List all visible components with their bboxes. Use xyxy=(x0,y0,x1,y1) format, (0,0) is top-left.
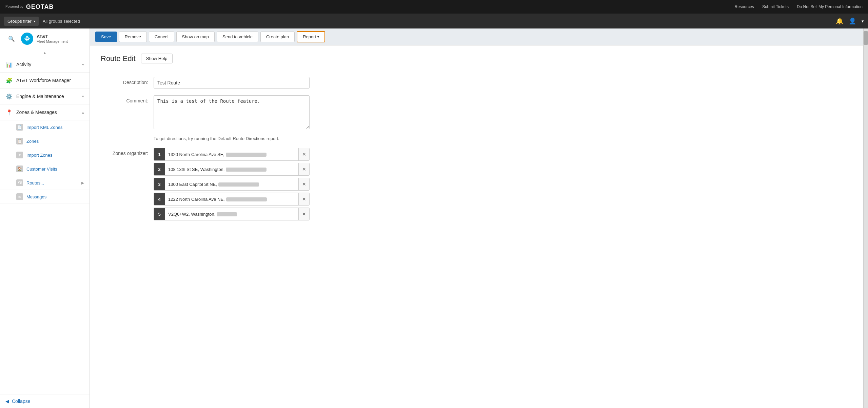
submit-tickets-link[interactable]: Submit Tickets xyxy=(762,4,789,9)
routes-arrow-icon: ▶ xyxy=(81,181,84,185)
description-row: Description: xyxy=(101,77,852,89)
zone-address-4: 1222 North Carolina Ave NE, xyxy=(165,197,298,202)
geotab-logo: GEOTAB xyxy=(26,3,54,11)
zones-chevron-icon: ▴ xyxy=(82,110,84,115)
activity-chevron-icon: ▾ xyxy=(82,62,84,67)
sidebar-item-engine[interactable]: ⚙️ Engine & Maintenance ▾ xyxy=(0,89,90,104)
groups-filter-button[interactable]: Groups filter ▾ xyxy=(4,17,39,26)
sidebar-item-workforce[interactable]: 🧩 AT&T Workforce Manager xyxy=(0,73,90,89)
activity-icon: 📊 xyxy=(5,61,13,68)
groups-bar: Groups filter ▾ All groups selected 🔔 👤 … xyxy=(0,14,868,28)
zone-remove-3[interactable]: ✕ xyxy=(298,178,309,190)
workforce-icon: 🧩 xyxy=(5,77,13,84)
page-title-row: Route Edit Show Help xyxy=(101,54,852,63)
all-groups-text: All groups selected xyxy=(43,19,80,24)
zone-redacted-3 xyxy=(218,182,259,187)
top-nav-links: Resources Submit Tickets Do Not Sell My … xyxy=(735,4,863,9)
att-brand-sub: Fleet Management xyxy=(37,39,68,43)
att-logo xyxy=(21,33,33,45)
zone-item-5: 5 V2Q6+W2, Washington, ✕ xyxy=(154,208,310,220)
zone-redacted-4 xyxy=(226,197,267,201)
import-kml-icon: 📄 xyxy=(16,124,23,131)
sidebar-subitem-import-kml[interactable]: 📄 Import KML Zones xyxy=(0,120,90,134)
report-label: Report xyxy=(303,34,316,39)
routes-label: Routes... xyxy=(26,180,44,186)
att-brand-name: AT&T xyxy=(37,34,68,40)
sidebar-scroll-up-icon[interactable]: ▲ xyxy=(0,49,90,57)
sidebar-item-zones-label: Zones & Messages xyxy=(16,110,79,115)
sidebar-subitem-routes[interactable]: 🗺 Routes... ▶ xyxy=(0,176,90,190)
messages-icon: ✉ xyxy=(16,193,23,200)
form-section: Description: Comment: This is a test of … xyxy=(101,72,852,226)
show-help-button[interactable]: Show Help xyxy=(141,54,173,63)
zone-address-5: V2Q6+W2, Washington, xyxy=(165,212,298,217)
description-label: Description: xyxy=(101,77,148,85)
sidebar-item-zones[interactable]: 📍 Zones & Messages ▴ xyxy=(0,104,90,120)
comment-textarea[interactable]: This is a test of the Route feature. xyxy=(154,95,310,129)
groups-bar-right: 🔔 👤 ▾ xyxy=(836,17,864,25)
sidebar-item-engine-label: Engine & Maintenance xyxy=(16,94,79,99)
zones-list: 1 1320 North Carolina Ave SE, ✕ 2 108 13… xyxy=(154,148,310,220)
zones-sub-icon: 📋 xyxy=(16,138,23,144)
zone-address-2: 108 13th St SE, Washington, xyxy=(165,167,298,172)
resources-link[interactable]: Resources xyxy=(735,4,754,9)
att-brand: AT&T Fleet Management xyxy=(37,34,68,44)
save-button[interactable]: Save xyxy=(95,32,117,42)
right-scrollbar[interactable] xyxy=(863,28,868,408)
import-zones-label: Import Zones xyxy=(26,153,53,158)
sidebar: 🔍 AT&T Fleet Management ▲ 📊 Activity ▾ xyxy=(0,28,90,408)
att-logo-icon xyxy=(23,35,31,42)
directions-hint: To get directions, try running the Defau… xyxy=(101,136,852,141)
username-text: ▾ xyxy=(862,19,864,24)
collapse-button[interactable]: ◀ Collapse xyxy=(0,394,90,408)
zone-item-2: 2 108 13th St SE, Washington, ✕ xyxy=(154,163,310,176)
create-plan-button[interactable]: Create plan xyxy=(260,32,295,42)
powered-by-text: Powered by xyxy=(5,5,23,9)
zone-number-5: 5 xyxy=(154,208,165,220)
search-icon[interactable]: 🔍 xyxy=(5,33,18,45)
collapse-arrow-icon: ◀ xyxy=(5,399,9,404)
routes-icon: 🗺 xyxy=(16,179,23,186)
zone-number-1: 1 xyxy=(154,148,165,160)
sidebar-subitem-zones[interactable]: 📋 Zones xyxy=(0,134,90,148)
zone-remove-4[interactable]: ✕ xyxy=(298,193,309,205)
remove-button[interactable]: Remove xyxy=(119,32,147,42)
zone-redacted-1 xyxy=(226,153,267,157)
page-title: Route Edit xyxy=(101,54,136,63)
cancel-button[interactable]: Cancel xyxy=(149,32,174,42)
groups-filter-chevron-icon: ▾ xyxy=(34,19,35,23)
page-content: Route Edit Show Help Description: Commen… xyxy=(90,45,863,408)
zones-organizer-row: Zones organizer: 1 1320 North Carolina A… xyxy=(101,148,852,220)
zone-remove-5[interactable]: ✕ xyxy=(298,208,309,220)
zone-number-4: 4 xyxy=(154,193,165,205)
do-not-sell-link[interactable]: Do Not Sell My Personal Information xyxy=(797,4,863,9)
notification-bell-icon[interactable]: 🔔 xyxy=(836,17,843,25)
zone-item-4: 4 1222 North Carolina Ave NE, ✕ xyxy=(154,193,310,206)
report-dropdown-arrow-icon: ▾ xyxy=(317,35,319,39)
zone-number-3: 3 xyxy=(154,178,165,190)
engine-icon: ⚙️ xyxy=(5,93,13,100)
zone-number-2: 2 xyxy=(154,163,165,175)
user-dropdown[interactable]: ▾ xyxy=(862,19,864,24)
send-to-vehicle-button[interactable]: Send to vehicle xyxy=(217,32,258,42)
user-profile-icon[interactable]: 👤 xyxy=(849,17,856,25)
sidebar-subitem-customer-visits[interactable]: 🏠 Customer Visits xyxy=(0,162,90,176)
top-nav: Powered by GEOTAB Resources Submit Ticke… xyxy=(0,0,868,14)
sidebar-subitem-import-zones[interactable]: ⬆ Import Zones xyxy=(0,148,90,162)
zone-remove-2[interactable]: ✕ xyxy=(298,163,309,175)
zones-organizer-label: Zones organizer: xyxy=(101,148,148,156)
sidebar-item-activity-label: Activity xyxy=(16,62,79,67)
main-layout: 🔍 AT&T Fleet Management ▲ 📊 Activity ▾ xyxy=(0,28,868,408)
description-input[interactable] xyxy=(154,77,310,89)
sidebar-subitem-messages[interactable]: ✉ Messages xyxy=(0,190,90,204)
sidebar-item-activity[interactable]: 📊 Activity ▾ xyxy=(0,57,90,73)
zone-item-1: 1 1320 North Carolina Ave SE, ✕ xyxy=(154,148,310,161)
zones-sub-label: Zones xyxy=(26,139,39,144)
import-kml-label: Import KML Zones xyxy=(26,125,62,130)
show-on-map-button[interactable]: Show on map xyxy=(176,32,215,42)
report-button[interactable]: Report ▾ xyxy=(297,31,325,42)
customer-visits-icon: 🏠 xyxy=(16,166,23,172)
zone-remove-1[interactable]: ✕ xyxy=(298,148,309,160)
sidebar-header: 🔍 AT&T Fleet Management xyxy=(0,28,90,49)
scrollbar-thumb xyxy=(864,31,868,45)
